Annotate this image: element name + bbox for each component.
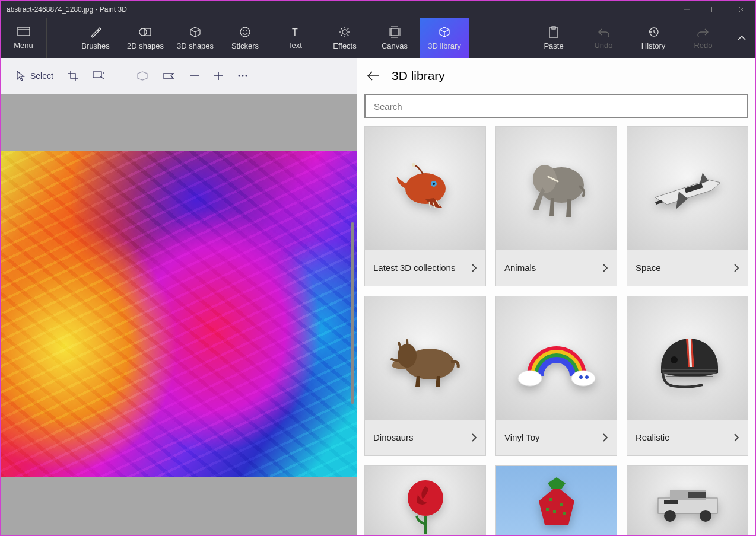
card-label: Realistic (636, 432, 669, 443)
library-card-dinosaurs[interactable]: Dinosaurs (364, 296, 486, 456)
expand-ribbon-button[interactable] (728, 18, 755, 58)
svg-line-17 (341, 28, 342, 29)
library-card-vinyl-toy[interactable]: Vinyl Toy (495, 296, 617, 456)
redo-button[interactable]: Redo (678, 18, 728, 58)
magic-select-tool[interactable] (85, 58, 112, 94)
2d-shapes-button[interactable]: 2D shapes (120, 18, 170, 58)
search-input[interactable] (364, 94, 748, 118)
svg-rect-56 (546, 508, 549, 511)
svg-rect-21 (391, 28, 398, 36)
svg-point-6 (139, 28, 147, 36)
3d-library-button[interactable]: 3D library (420, 18, 469, 58)
canvas-scrollbar[interactable] (351, 222, 354, 404)
card-label: Space (636, 263, 661, 273)
canvas-image[interactable] (1, 151, 357, 477)
history-button[interactable]: History (628, 18, 678, 58)
stickers-button[interactable]: Stickers (220, 18, 270, 58)
svg-point-9 (243, 30, 244, 31)
thumb-helmet (627, 296, 748, 420)
thumb-strawberry-voxel (496, 466, 617, 535)
flag-icon (163, 72, 176, 80)
zoom-out-tool[interactable] (183, 58, 207, 94)
svg-point-48 (579, 375, 583, 379)
chevron-right-icon (471, 433, 477, 442)
menu-icon (17, 27, 30, 37)
svg-point-51 (408, 480, 443, 516)
thumb-elephant (496, 127, 617, 250)
library-card-realistic[interactable]: Realistic (627, 296, 748, 456)
zoom-in-tool[interactable] (207, 58, 230, 94)
svg-point-59 (664, 510, 676, 522)
chevron-right-icon (602, 433, 608, 442)
maximize-button[interactable] (701, 1, 728, 18)
svg-rect-54 (553, 510, 556, 513)
svg-point-8 (240, 27, 250, 37)
svg-rect-61 (688, 492, 706, 498)
side-panel: 3D library Latest 3D collections (357, 58, 755, 535)
canvas-area[interactable] (1, 94, 357, 535)
svg-point-12 (342, 30, 347, 34)
chevron-right-icon (602, 263, 608, 273)
library-card-latest-3d-collections[interactable]: Latest 3D collections (364, 126, 486, 286)
svg-point-46 (518, 371, 542, 386)
3d-shapes-label: 3D shapes (177, 42, 214, 50)
undo-label: Undo (594, 41, 612, 50)
thumb-anglerfish (365, 127, 485, 250)
svg-rect-1 (712, 7, 717, 12)
mixed-reality-tool[interactable] (155, 58, 183, 94)
library3d-icon (439, 26, 450, 38)
3d-view-tool[interactable] (129, 58, 155, 94)
select-tool[interactable]: Select (9, 58, 61, 94)
view3d-icon (136, 71, 148, 81)
crop-icon (68, 71, 78, 81)
library-card-partial-1[interactable] (364, 465, 486, 535)
brushes-button[interactable]: Brushes (71, 18, 120, 58)
library-grid: Latest 3D collections Animals Space (364, 126, 748, 535)
2d-shapes-label: 2D shapes (127, 42, 164, 50)
library-card-animals[interactable]: Animals (495, 126, 617, 286)
back-button[interactable] (366, 68, 381, 84)
effects-label: Effects (333, 42, 357, 50)
menu-button[interactable]: Menu (1, 18, 47, 58)
svg-point-36 (245, 75, 247, 76)
svg-point-34 (238, 75, 240, 76)
thumb-triceratops (365, 296, 485, 420)
svg-line-20 (341, 34, 342, 36)
library-card-partial-2[interactable] (495, 465, 617, 535)
card-label: Vinyl Toy (504, 432, 539, 443)
effects-icon (339, 26, 351, 38)
undo-button[interactable]: Undo (579, 18, 628, 58)
3d-shapes-button[interactable]: 3D shapes (170, 18, 220, 58)
card-label: Animals (504, 263, 536, 273)
crop-tool[interactable] (61, 58, 85, 94)
library-card-space[interactable]: Space (627, 126, 748, 286)
text-button[interactable]: T Text (270, 18, 320, 58)
window-title: abstract-2468874_1280.jpg - Paint 3D (7, 5, 674, 14)
svg-point-30 (103, 72, 104, 74)
svg-line-18 (348, 34, 349, 36)
svg-line-19 (348, 28, 349, 29)
minus-icon (190, 71, 199, 81)
stickers-label: Stickers (231, 42, 259, 50)
more-tool[interactable] (230, 58, 255, 94)
paste-button[interactable]: Paste (529, 18, 579, 58)
canvas-icon (389, 26, 401, 38)
text-label: Text (288, 41, 302, 50)
canvas-button[interactable]: Canvas (370, 18, 420, 58)
text-icon: T (290, 27, 300, 37)
svg-rect-55 (563, 512, 566, 515)
svg-point-47 (571, 371, 595, 386)
svg-point-40 (412, 163, 415, 167)
svg-point-45 (398, 344, 417, 368)
3d-library-label: 3D library (428, 42, 461, 50)
chevron-right-icon (733, 433, 739, 442)
thumb-rose (365, 466, 485, 535)
select-label: Select (30, 71, 53, 81)
paste-label: Paste (544, 42, 563, 50)
close-button[interactable] (728, 1, 755, 18)
brush-icon (90, 26, 101, 38)
library-card-partial-3[interactable] (627, 465, 748, 535)
card-label: Dinosaurs (373, 432, 414, 443)
minimize-button[interactable] (674, 1, 701, 18)
effects-button[interactable]: Effects (320, 18, 370, 58)
